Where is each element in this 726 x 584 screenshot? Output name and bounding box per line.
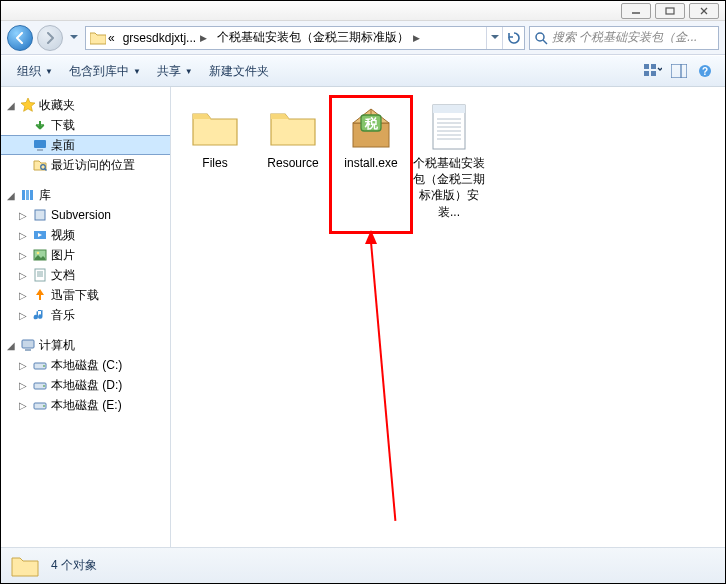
tree-item[interactable]: ▷迅雷下载 — [1, 285, 170, 305]
tree-item-icon — [32, 207, 48, 223]
tree-label: 音乐 — [51, 307, 75, 324]
expand-icon[interactable]: ▷ — [17, 310, 29, 321]
status-text: 4 个对象 — [51, 557, 97, 574]
close-button[interactable] — [689, 3, 719, 19]
chevron-down-icon: ▼ — [45, 67, 53, 76]
file-item[interactable]: Files — [177, 99, 253, 224]
svg-rect-18 — [22, 190, 25, 200]
svg-rect-19 — [26, 190, 29, 200]
breadcrumb-seg[interactable]: grsesdkdjxtj... ▶ — [119, 27, 213, 49]
maximize-button[interactable] — [655, 3, 685, 19]
include-in-library-button[interactable]: 包含到库中 ▼ — [61, 60, 149, 83]
expand-icon[interactable]: ▷ — [17, 290, 29, 301]
svg-line-5 — [543, 40, 547, 44]
file-item[interactable]: 个税基础安装包（金税三期标准版）安装... — [411, 99, 487, 224]
file-label: 个税基础安装包（金税三期标准版）安装... — [413, 155, 485, 220]
refresh-button[interactable] — [502, 27, 524, 49]
svg-point-25 — [37, 252, 40, 255]
library-icon — [20, 187, 36, 203]
tree-favorites[interactable]: ◢ 收藏夹 — [1, 95, 170, 115]
expand-icon[interactable]: ▷ — [17, 380, 29, 391]
toolbar: 组织 ▼ 包含到库中 ▼ 共享 ▼ 新建文件夹 ? — [1, 55, 725, 87]
forward-button[interactable] — [37, 25, 63, 51]
expand-icon[interactable]: ▷ — [17, 360, 29, 371]
computer-icon — [20, 337, 36, 353]
tree-item[interactable]: 最近访问的位置 — [1, 155, 170, 175]
tree-libraries[interactable]: ◢ 库 — [1, 185, 170, 205]
tree-item[interactable]: ▷音乐 — [1, 305, 170, 325]
toolbar-label: 组织 — [17, 63, 41, 80]
expand-icon[interactable]: ▷ — [17, 400, 29, 411]
tree-item[interactable]: ▷Subversion — [1, 205, 170, 225]
svg-rect-1 — [666, 8, 674, 14]
expand-icon[interactable]: ▷ — [17, 210, 29, 221]
expand-icon[interactable]: ▷ — [17, 250, 29, 261]
breadcrumb-root[interactable]: « — [86, 27, 119, 49]
svg-rect-31 — [25, 349, 31, 351]
chevron-right-icon: ▶ — [198, 33, 209, 43]
search-input[interactable]: 搜索 个税基础安装包（金... — [529, 26, 719, 50]
svg-rect-8 — [644, 71, 649, 76]
view-options-button[interactable] — [641, 60, 665, 82]
tree-label: 桌面 — [51, 137, 75, 154]
tree-item-icon — [32, 247, 48, 263]
tree-item[interactable]: ▷本地磁盘 (E:) — [1, 395, 170, 415]
svg-rect-42 — [433, 105, 465, 113]
collapse-icon[interactable]: ◢ — [5, 190, 17, 201]
svg-point-33 — [43, 365, 45, 367]
tree-label: 计算机 — [39, 337, 75, 354]
back-button[interactable] — [7, 25, 33, 51]
navigation-tree[interactable]: ◢ 收藏夹 下载桌面最近访问的位置 ◢ 库 ▷Subversion▷视 — [1, 87, 171, 547]
organize-button[interactable]: 组织 ▼ — [9, 60, 61, 83]
breadcrumb-label: grsesdkdjxtj... — [123, 31, 196, 45]
arrow-annotation — [370, 242, 396, 521]
svg-point-4 — [536, 33, 544, 41]
file-label: install.exe — [344, 155, 397, 171]
tree-label: 本地磁盘 (E:) — [51, 397, 122, 414]
toolbar-label: 包含到库中 — [69, 63, 129, 80]
address-bar[interactable]: « grsesdkdjxtj... ▶ 个税基础安装包（金税三期标准版） ▶ — [85, 26, 525, 50]
tree-item[interactable]: ▷本地磁盘 (D:) — [1, 375, 170, 395]
nav-history-dropdown[interactable] — [67, 25, 81, 51]
address-dropdown[interactable] — [486, 27, 502, 49]
tree-item[interactable]: ▷图片 — [1, 245, 170, 265]
svg-text:税: 税 — [364, 116, 379, 131]
breadcrumb-seg[interactable]: 个税基础安装包（金税三期标准版） ▶ — [213, 27, 426, 49]
svg-rect-21 — [35, 210, 45, 220]
preview-pane-button[interactable] — [667, 60, 691, 82]
toolbar-label: 新建文件夹 — [209, 63, 269, 80]
svg-point-35 — [43, 385, 45, 387]
file-item[interactable]: Resource — [255, 99, 331, 224]
collapse-icon[interactable]: ◢ — [5, 340, 17, 351]
chevron-down-icon: ▼ — [185, 67, 193, 76]
svg-rect-15 — [37, 149, 43, 151]
new-folder-button[interactable]: 新建文件夹 — [201, 60, 277, 83]
file-item[interactable]: 税install.exe — [333, 99, 409, 224]
expand-icon[interactable]: ▷ — [17, 270, 29, 281]
tree-label: 库 — [39, 187, 51, 204]
help-button[interactable]: ? — [693, 60, 717, 82]
share-button[interactable]: 共享 ▼ — [149, 60, 201, 83]
svg-point-37 — [43, 405, 45, 407]
folder-icon — [269, 103, 317, 151]
tree-item[interactable]: ▷文档 — [1, 265, 170, 285]
drive-icon — [32, 357, 48, 373]
tree-item-icon — [32, 117, 48, 133]
folder-icon — [11, 552, 39, 580]
collapse-icon[interactable]: ◢ — [5, 100, 17, 111]
tree-item[interactable]: ▷视频 — [1, 225, 170, 245]
textfile-icon — [425, 103, 473, 151]
tree-item[interactable]: 桌面 — [1, 135, 170, 155]
tree-computer[interactable]: ◢ 计算机 — [1, 335, 170, 355]
tree-label: 本地磁盘 (C:) — [51, 357, 122, 374]
file-list[interactable]: FilesResource税install.exe个税基础安装包（金税三期标准版… — [171, 87, 725, 547]
tree-item[interactable]: 下载 — [1, 115, 170, 135]
toolbar-label: 共享 — [157, 63, 181, 80]
star-icon — [20, 97, 36, 113]
minimize-button[interactable] — [621, 3, 651, 19]
tree-label: 迅雷下载 — [51, 287, 99, 304]
expand-icon[interactable]: ▷ — [17, 230, 29, 241]
tree-item-icon — [32, 137, 48, 153]
breadcrumb-label: 个税基础安装包（金税三期标准版） — [217, 29, 409, 46]
tree-item[interactable]: ▷本地磁盘 (C:) — [1, 355, 170, 375]
